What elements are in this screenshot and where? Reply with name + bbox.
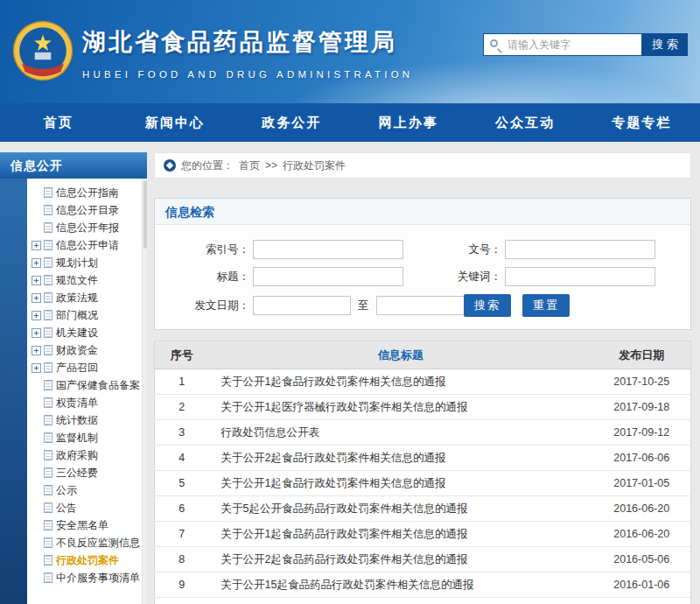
nav-item[interactable]: 公众互动 [466,103,583,142]
expand-plus-icon[interactable] [32,311,41,320]
row-title-link[interactable]: 关于公开1起食品行政处罚案件相关信息的通报 [209,471,593,496]
row-date: 2017-09-18 [593,395,691,420]
header-search: 搜 索 [483,33,688,56]
sidebar-item[interactable]: 规范文件 [32,271,140,289]
document-icon [44,502,52,513]
expand-plus-icon[interactable] [32,276,41,285]
table-row: 7 关于公开1起食品药品行政处罚案件相关信息的通报 2016-06-20 [155,522,691,547]
sidebar-item-label: 产品召回 [56,361,98,376]
title-field: 标题： [171,267,423,286]
results-table-head: 序号 信息标题 发布日期 [155,341,691,369]
breadcrumb-home-link[interactable]: 首页 [239,158,260,173]
row-seq: 5 [155,471,209,496]
expand-plus-icon[interactable] [32,258,41,268]
sidebar-item-label: 中介服务事项清单 [56,571,140,586]
sidebar-item[interactable]: 权责清单 [32,394,140,411]
sidebar-item[interactable]: 国产保健食品备案 [32,376,140,394]
sidebar-item-label: 三公经费 [56,466,98,481]
expand-plus-icon[interactable] [32,328,41,338]
sidebar-item[interactable]: 监督机制 [32,429,140,446]
header-search-input[interactable] [483,33,642,56]
sidebar-item[interactable]: 机关建设 [32,324,140,341]
sidebar-item-label: 监督机制 [56,431,98,446]
row-title-link[interactable]: 关于公开2起食品药品行政处罚案件相关信息的通报 [209,547,593,572]
expand-plus-icon[interactable] [32,346,41,355]
row-title-link[interactable]: 关于公开2起食品行政处罚案件相关信息的通报 [209,446,593,471]
sidebar-body: 信息公开指南 信息公开目录 信息公开年报 [0,179,147,604]
expand-plus-icon[interactable] [32,363,41,373]
row-seq: 3 [155,420,209,446]
reset-button[interactable]: 重置 [522,294,570,317]
keyword-field: 关键词： [423,267,675,286]
document-icon [44,572,52,583]
sidebar-item[interactable]: 公示 [32,481,140,499]
search-button[interactable]: 搜索 [464,294,511,317]
row-title-link[interactable]: 关于公开1起食品药品行政处罚案件相关信息的通报 [209,522,593,547]
row-seq: 6 [155,496,209,522]
page: 湖北省食品药品监督管理局 HUBEI FOOD AND DRUG ADMINIS… [0,0,700,604]
sidebar-item-label: 国产保健食品备案 [56,378,140,393]
row-title-link[interactable]: 关于公开23起食品药品行政处罚案件相关信息的通报 [209,598,593,604]
date-to-label: 至 [358,298,369,313]
body-row: 信息公开 信息公开指南 信息公开目 [0,142,700,604]
sidebar-item[interactable]: 信息公开申请 [32,236,140,254]
form-buttons: 搜索 重置 [382,294,675,317]
sidebar-item[interactable]: 政府采购 [32,446,140,464]
sidebar-item[interactable]: 规划计划 [32,254,140,271]
row-title-link[interactable]: 关于公开15起食品药品行政处罚案件相关信息的通报 [209,572,593,598]
title-input[interactable] [253,267,403,286]
document-icon [44,467,52,478]
document-icon [44,310,52,320]
sidebar-item[interactable]: 中介服务事项清单 [32,569,140,586]
header-search-button[interactable]: 搜 索 [642,33,688,56]
row-title-link[interactable]: 关于5起公开食品药品行政处罚案件相关信息的通报 [209,496,593,522]
row-date: 2015-08-10 [593,598,691,604]
row-title-link[interactable]: 关于公开1起食品行政处罚案件相关信息的通报 [209,369,593,395]
sidebar-scrollbar[interactable] [142,179,147,604]
sidebar-item[interactable]: 公告 [32,499,140,516]
sidebar-item[interactable]: 产品召回 [32,359,140,376]
sidebar-item[interactable]: 信息公开指南 [32,184,140,201]
sidebar-item[interactable]: 信息公开目录 [32,201,140,219]
sidebar-item[interactable]: 不良反应监测信息 [32,534,140,551]
site-subtitle-en: HUBEI FOOD AND DRUG ADMINISTRATION [82,69,413,80]
info-search-panel: 信息检索 索引号： 文号： 标题： [154,198,691,330]
results-table-body: 1 关于公开1起食品行政处罚案件相关信息的通报 2017-10-25 2 关于公… [155,369,691,604]
document-icon [44,240,52,250]
nav-item[interactable]: 政务公开 [234,103,350,142]
sidebar-item[interactable]: 安全黑名单 [32,516,140,534]
sidebar-item-label: 安全黑名单 [56,518,108,533]
nav-item[interactable]: 新闻中心 [116,103,233,142]
sidebar-item[interactable]: 财政资金 [32,341,140,359]
table-row: 10 关于公开23起食品药品行政处罚案件相关信息的通报 2015-08-10 [155,598,691,604]
keyword-input[interactable] [505,267,655,286]
table-row: 1 关于公开1起食品行政处罚案件相关信息的通报 2017-10-25 [155,369,691,395]
table-row: 8 关于公开2起食品药品行政处罚案件相关信息的通报 2016-05-06 [155,547,691,572]
doc-no-input[interactable] [505,240,655,259]
index-no-input[interactable] [253,240,403,259]
document-icon [44,450,52,460]
sidebar-item[interactable]: 行政处罚案件 [32,551,140,569]
expand-plus-icon[interactable] [32,293,41,303]
nav-item[interactable]: 专题专栏 [584,103,700,142]
breadcrumb-current: 行政处罚案件 [283,158,346,173]
date-from-input[interactable] [253,296,351,315]
row-title-link[interactable]: 行政处罚信息公开表 [209,420,593,446]
nav-item[interactable]: 网上办事 [350,103,466,142]
sidebar-item[interactable]: 三公经费 [32,464,140,481]
panel-title: 信息检索 [155,199,690,225]
table-row: 2 关于公开1起医疗器械行政处罚案件相关信息的通报 2017-09-18 [155,395,691,420]
sidebar-item[interactable]: 统计数据 [32,411,140,429]
sidebar-scrollbar-thumb[interactable] [144,180,147,249]
expand-plus-icon[interactable] [32,241,41,250]
main-nav: 首页 新闻中心 政务公开 网上办事 公众互动 专题专栏 [0,103,700,142]
table-row: 6 关于5起公开食品药品行政处罚案件相关信息的通报 2016-06-20 [155,496,691,522]
sidebar-item[interactable]: 政策法规 [32,289,140,306]
row-title-link[interactable]: 关于公开1起医疗器械行政处罚案件相关信息的通报 [209,395,593,420]
sidebar-item[interactable]: 部门概况 [32,306,140,324]
sidebar-item[interactable]: 信息公开年报 [32,219,140,236]
row-date: 2017-01-05 [593,471,691,496]
document-icon [44,187,52,198]
nav-item[interactable]: 首页 [0,103,116,142]
document-icon [44,485,52,495]
